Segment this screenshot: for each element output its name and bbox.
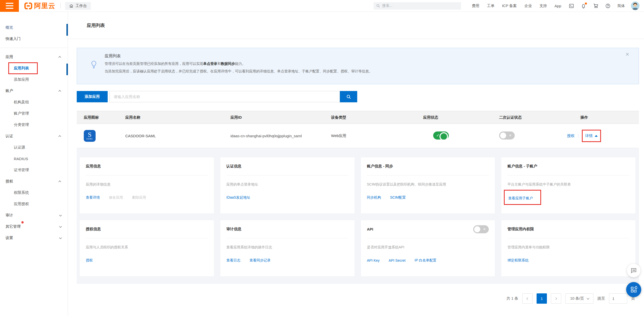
- card-title: 账户信息 - 同步: [367, 164, 393, 169]
- global-search-input[interactable]: 搜索...: [374, 2, 461, 10]
- view-sub-accounts-link[interactable]: 查看应用子账户: [508, 196, 533, 200]
- col-header-app-icon: 应用图标: [77, 115, 125, 120]
- card-in-app-permissions: 管理应用内权限 管理应用内菜单与功能权限 绑定权限系统: [501, 220, 635, 276]
- authorize-link[interactable]: 授权: [86, 258, 93, 263]
- card-desc: 应用与人员组织的授权关系: [86, 245, 208, 250]
- card-auth-info: 认证信息 应用的单点登录地址 IDaaS发起地址: [220, 157, 354, 213]
- annotation-box-red: 应用列表: [8, 62, 38, 74]
- detail-link[interactable]: 详情: [585, 133, 593, 138]
- sync-org-link[interactable]: 同步机构: [367, 195, 381, 200]
- jump-to-label: 跳至: [597, 296, 605, 301]
- card-desc: 平台主账户与应用系统中子账户的关联表: [507, 182, 629, 187]
- main-content: 应用列表 应用列表 管理员可以在当前页面管理已经添加的所有应用，应用可以实现单点…: [68, 12, 644, 316]
- feedback-button[interactable]: [627, 264, 640, 277]
- close-icon[interactable]: [625, 52, 630, 57]
- sidebar-item-app-authorization[interactable]: 应用授权: [0, 198, 68, 210]
- sidebar-item-cert-mgmt[interactable]: 证书管理: [0, 164, 68, 176]
- card-desc: 应用的详细信息: [86, 182, 208, 187]
- saml-app-icon: S SAML: [84, 130, 96, 142]
- sidebar-item-org-groups[interactable]: 机构及组: [0, 97, 68, 108]
- page-title: 应用列表: [87, 22, 105, 28]
- avatar-shirt: [632, 8, 638, 10]
- card-desc: 是否对应用开放系统API: [367, 245, 489, 250]
- divider: [578, 134, 578, 138]
- workbench-button[interactable]: 工作台: [65, 2, 91, 10]
- user-avatar[interactable]: [631, 2, 639, 10]
- menu-item-tickets[interactable]: 工单: [487, 4, 494, 8]
- prev-page-button[interactable]: [522, 293, 533, 304]
- view-sync-records-link[interactable]: 查看同步记录: [250, 258, 271, 263]
- ip-whitelist-link[interactable]: IP 白名单配置: [415, 258, 436, 263]
- sidebar-item-auth-source[interactable]: 认证源: [0, 142, 68, 153]
- sidebar-group-authorization[interactable]: 授权: [0, 176, 68, 187]
- sidebar-item-quickstart[interactable]: 快速入门: [0, 33, 68, 44]
- col-header-app-status: 应用状态: [423, 115, 499, 120]
- sidebar-item-app-list[interactable]: 应用列表: [0, 63, 68, 74]
- locale-switch[interactable]: 简体: [617, 4, 625, 8]
- menu-item-icp[interactable]: ICP 备案: [502, 4, 517, 8]
- card-title: 审计信息: [226, 227, 242, 232]
- notifications-bell-icon[interactable]: [581, 3, 586, 9]
- info-banner: 应用列表 管理员可以在当前页面管理已经添加的所有应用，应用可以实现单点登录和数据…: [77, 48, 639, 84]
- scim-config-link[interactable]: SCIM配置: [390, 195, 406, 200]
- sidebar-group-accounts[interactable]: 账户: [0, 85, 68, 97]
- app-table: 应用图标 应用名称 应用ID 设备类型 应用状态 二次认证状态 操作 S SAM…: [77, 111, 639, 284]
- sidebar-group-other-mgmt[interactable]: 其它管理: [0, 221, 68, 232]
- search-icon: [346, 94, 351, 99]
- api-key-link[interactable]: API Key: [367, 258, 380, 262]
- sidebar-item-overview[interactable]: 概览: [0, 22, 68, 33]
- sidebar-item-radius[interactable]: RADIUS: [0, 153, 68, 164]
- sidebar: 概览 快速入门 应用 应用列表 添加应用 账户 机构及组 账户管理 分类管理 认…: [0, 12, 68, 316]
- aliyun-logo[interactable]: 阿里云: [24, 1, 55, 10]
- toolbar: 添加应用: [77, 91, 639, 102]
- card-authorization-info: 授权信息 应用与人员组织的授权关系 授权: [80, 220, 214, 276]
- next-page-button[interactable]: [551, 293, 561, 304]
- menu-item-support[interactable]: 支持: [539, 4, 547, 8]
- card-title: 管理应用内权限: [507, 227, 534, 232]
- card-desc: 查看应用系统详细的操作日志: [226, 245, 348, 250]
- card-title: 应用信息: [86, 164, 101, 169]
- api-toggle-off[interactable]: [473, 225, 489, 233]
- sidebar-group-authentication[interactable]: 认证: [0, 130, 68, 142]
- divider: [60, 3, 61, 9]
- sidebar-item-add-app[interactable]: 添加应用: [0, 74, 68, 85]
- notification-dot: [585, 3, 587, 5]
- chevron-down-icon: [59, 236, 62, 239]
- idaas-sso-url-link[interactable]: IDaaS发起地址: [226, 195, 250, 200]
- help-icon[interactable]: [605, 3, 611, 9]
- cart-icon[interactable]: [593, 3, 598, 9]
- add-app-button[interactable]: 添加应用: [77, 91, 108, 102]
- cloudshell-icon[interactable]: [569, 3, 574, 9]
- app-search-input[interactable]: [109, 91, 340, 102]
- api-secret-link[interactable]: API Secret: [389, 258, 406, 262]
- page-size-select[interactable]: 10 条/页: [565, 293, 593, 304]
- chevron-up-icon: [58, 90, 61, 93]
- app-status-toggle-on[interactable]: [433, 131, 449, 140]
- card-desc: 管理应用内菜单与功能权限: [507, 245, 629, 250]
- hamburger-menu-icon[interactable]: [0, 0, 19, 12]
- current-page-button[interactable]: 1: [537, 293, 547, 304]
- mfa-status-toggle-off[interactable]: [499, 131, 515, 140]
- sidebar-item-category-mgmt[interactable]: 分类管理: [0, 119, 68, 130]
- authorize-link[interactable]: 授权: [567, 133, 575, 138]
- chevron-up-icon: [58, 135, 61, 138]
- jump-to-page-input[interactable]: [609, 293, 627, 304]
- menu-item-enterprise[interactable]: 企业: [524, 4, 532, 8]
- col-header-app-id: 应用ID: [230, 115, 331, 120]
- chevron-up-icon: [58, 56, 61, 59]
- card-audit-info: 审计信息 查看应用系统详细的操作日志 查看日志 查看同步记录: [220, 220, 354, 276]
- view-logs-link[interactable]: 查看日志: [226, 258, 240, 263]
- menu-item-billing[interactable]: 费用: [472, 4, 479, 8]
- sidebar-item-account-mgmt[interactable]: 账户管理: [0, 108, 68, 119]
- menu-item-app[interactable]: App: [554, 4, 561, 8]
- sidebar-group-audit[interactable]: 审计: [0, 210, 68, 221]
- logo-dash-icon: [27, 5, 30, 7]
- view-details-link[interactable]: 查看详情: [86, 195, 100, 200]
- sidebar-group-applications[interactable]: 应用: [0, 51, 68, 63]
- sidebar-group-settings[interactable]: 设置: [0, 232, 68, 244]
- search-button[interactable]: [340, 91, 357, 102]
- bind-permission-system-link[interactable]: 绑定权限系统: [507, 258, 529, 263]
- card-title: API: [367, 227, 373, 231]
- widgets-button[interactable]: [626, 282, 641, 297]
- sidebar-item-permission-system[interactable]: 权限系统: [0, 187, 68, 198]
